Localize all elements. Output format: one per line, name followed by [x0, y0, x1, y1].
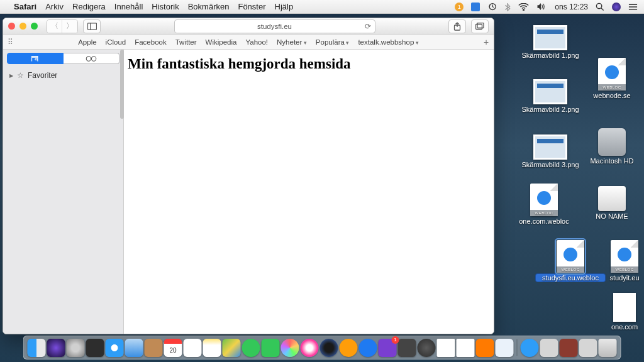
menu-redigera[interactable]: Redigera [72, 2, 106, 11]
close-button[interactable] [8, 23, 15, 30]
dock-notes-icon[interactable] [203, 339, 221, 357]
desktop-icon-onecom-webloc[interactable]: WEBLOC one.com.webloc [509, 184, 579, 225]
fav-wikipedia[interactable]: Wikipedia [206, 38, 237, 46]
icon-label: NO NAME [577, 212, 644, 220]
menu-historik[interactable]: Historik [152, 2, 179, 11]
share-button[interactable] [448, 19, 466, 33]
menu-bokmarken[interactable]: Bokmärken [188, 2, 230, 11]
dock-messages-icon[interactable] [242, 339, 260, 357]
status-app-icon[interactable] [471, 3, 480, 11]
menubar-left: Safari Arkiv Redigera Innehåll Historik … [0, 2, 293, 11]
tabs-overview-button[interactable] [471, 19, 489, 33]
menu-hjalp[interactable]: Hjälp [275, 2, 294, 11]
fav-textalk[interactable]: textalk.webbshop [358, 38, 418, 46]
blank-document-icon [613, 293, 636, 322]
desktop-icon-studyit[interactable]: WEBLOC studyit.eu [590, 240, 644, 282]
favorites-grip-icon[interactable]: ⠿ [3, 38, 18, 47]
status-badge-icon[interactable]: 1 [455, 3, 464, 11]
menu-innehall[interactable]: Innehåll [114, 2, 143, 11]
dock-itunes-icon[interactable] [301, 339, 319, 357]
menu-fonster[interactable]: Fönster [238, 2, 265, 11]
menubar: Safari Arkiv Redigera Innehåll Historik … [0, 0, 644, 14]
dock-appstore-icon[interactable] [359, 339, 377, 357]
wifi-icon[interactable] [518, 3, 529, 11]
desktop-icon-macintosh-hd[interactable]: Macintosh HD [577, 128, 644, 165]
siri-icon[interactable] [612, 3, 621, 11]
dock-min1-icon[interactable] [540, 339, 558, 357]
menu-arkiv[interactable]: Arkiv [45, 2, 64, 11]
dock-calendar-icon[interactable]: 20 [164, 339, 182, 357]
icon-label: webnode.se [577, 92, 644, 99]
desktop-icon-screenshot1[interactable]: Skärmavbild 1.png [516, 25, 585, 59]
desktop-icon-noname[interactable]: NO NAME [577, 186, 644, 220]
dock-mail-icon[interactable] [125, 339, 143, 357]
fav-twitter[interactable]: Twitter [175, 38, 197, 46]
dock-maps-icon[interactable] [223, 339, 241, 357]
fav-nyheter[interactable]: Nyheter [277, 38, 307, 46]
dock-mission-icon[interactable] [86, 339, 104, 357]
sidebar-toggle-button[interactable] [83, 19, 101, 33]
sidebar-scrollbar[interactable] [120, 50, 124, 119]
dock-quicktime-icon[interactable] [320, 339, 338, 357]
reload-icon[interactable]: ⟳ [365, 22, 371, 31]
fav-populara[interactable]: Populära [316, 38, 350, 46]
svg-point-9 [91, 56, 96, 60]
safari-sidebar: ▶ ☆ Favoriter [3, 50, 124, 334]
dock-app-generic1-icon[interactable] [398, 339, 416, 357]
dock-doc1-icon[interactable] [437, 339, 455, 357]
icon-label: Skärmavbild 2.png [516, 106, 585, 113]
thumbnail-icon [533, 79, 567, 104]
bluetooth-icon[interactable] [504, 3, 511, 11]
dock-finder-icon[interactable] [28, 339, 46, 357]
dock-min2-icon[interactable] [560, 339, 578, 357]
new-tab-button[interactable]: + [479, 37, 494, 47]
dock-separator [517, 339, 518, 356]
sidebar-favorites-label: Favoriter [28, 71, 57, 80]
fav-icloud[interactable]: iCloud [106, 38, 126, 46]
fav-apple[interactable]: Apple [78, 38, 96, 46]
dock-launchpad-icon[interactable] [67, 339, 85, 357]
safari-toolbar: 〈 〉 studysfi.eu ⟳ [3, 18, 494, 35]
webloc-icon: WEBLOC [530, 184, 558, 216]
webloc-icon: WEBLOC [557, 240, 584, 273]
menubar-app-name[interactable]: Safari [14, 2, 36, 11]
time-machine-icon[interactable] [487, 2, 497, 11]
sidebar-favorites-folder[interactable]: ▶ ☆ Favoriter [3, 67, 123, 84]
dock-textedit-icon[interactable] [496, 339, 514, 357]
favorites-links: Apple iCloud Facebook Twitter Wikipedia … [18, 38, 479, 46]
dock-trash-icon[interactable] [599, 339, 617, 357]
dock-siri-icon[interactable] [47, 339, 65, 357]
spotlight-icon[interactable] [596, 3, 604, 11]
notification-center-icon[interactable] [628, 3, 638, 11]
desktop-icon-screenshot2[interactable]: Skärmavbild 2.png [516, 79, 585, 113]
dock-imovie-icon[interactable]: 1 [379, 339, 397, 357]
menubar-clock[interactable]: ons 12:23 [555, 3, 588, 11]
desktop-icon-webnode[interactable]: WEBLOC webnode.se [577, 58, 644, 99]
fav-yahoo[interactable]: Yahoo! [245, 38, 268, 46]
desktop-icon-onecom[interactable]: one.com [590, 293, 644, 331]
dock-safari-icon[interactable] [106, 339, 124, 357]
zoom-button[interactable] [31, 23, 38, 30]
dock-photos-icon[interactable] [281, 339, 299, 357]
icon-label: one.com.webloc [509, 217, 579, 225]
minimize-button[interactable] [19, 23, 26, 30]
dock-reminders-icon[interactable] [184, 339, 202, 357]
page-content: Min fantastiska hemgjorda hemsida [124, 50, 494, 334]
address-bar[interactable]: studysfi.eu ⟳ [174, 19, 375, 33]
dock-facetime-icon[interactable] [262, 339, 280, 357]
dock-doc2-icon[interactable] [457, 339, 475, 357]
dock-min3-icon[interactable] [579, 339, 597, 357]
volume-icon[interactable] [536, 3, 547, 11]
sidebar-tab-bookmarks[interactable] [7, 53, 64, 64]
dock-teamviewer-icon[interactable] [521, 339, 539, 357]
thumbnail-icon [533, 134, 567, 160]
desktop-icon-screenshot3[interactable]: Skärmavbild 3.png [516, 134, 585, 168]
dock-ibooks-icon[interactable] [340, 339, 358, 357]
forward-button[interactable]: 〉 [62, 20, 77, 33]
dock-app-orange-icon[interactable] [476, 339, 494, 357]
dock-preferences-icon[interactable] [418, 339, 436, 357]
back-button[interactable]: 〈 [47, 20, 62, 33]
fav-facebook[interactable]: Facebook [135, 38, 167, 46]
sidebar-tab-readinglist[interactable] [64, 53, 119, 64]
dock-contacts-icon[interactable] [145, 339, 163, 357]
